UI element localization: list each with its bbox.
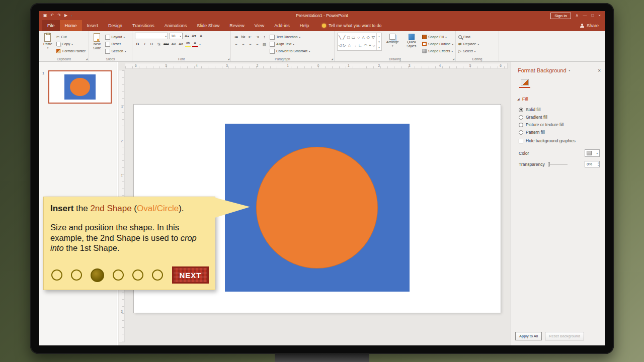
shape-icon[interactable]: △ bbox=[362, 35, 365, 40]
next-button[interactable]: NEXT bbox=[172, 266, 209, 284]
shape-icon[interactable]: □ bbox=[347, 35, 350, 40]
justify-button[interactable]: ≡ bbox=[255, 41, 260, 48]
decrease-font-size-button[interactable]: A▾ bbox=[191, 33, 197, 39]
pattern-fill-option[interactable]: Pattern fill bbox=[519, 130, 600, 135]
maximize-button[interactable]: □ bbox=[591, 14, 594, 18]
shape-icon[interactable]: ▭ bbox=[352, 35, 356, 40]
shape-icon[interactable]: ╲ bbox=[339, 35, 341, 40]
numbering-button[interactable]: № bbox=[240, 34, 246, 40]
select-button[interactable]: ▷ Select ▾ bbox=[458, 48, 479, 54]
shape-icon[interactable]: ◁ bbox=[339, 43, 342, 48]
decrease-indent-button[interactable]: ⇤ bbox=[248, 34, 253, 40]
increase-indent-button[interactable]: ⇥ bbox=[255, 34, 260, 40]
hide-background-graphics-option[interactable]: Hide background graphics bbox=[519, 138, 600, 143]
tab-file[interactable]: File bbox=[42, 20, 60, 31]
find-button[interactable]: Find bbox=[458, 34, 479, 40]
shape-icon[interactable]: ▽ bbox=[372, 35, 375, 40]
paste-button[interactable]: Paste ▾ bbox=[42, 33, 54, 50]
gradient-fill-option[interactable]: Gradient fill bbox=[519, 115, 600, 120]
tab-home[interactable]: Home bbox=[60, 20, 82, 31]
slider-handle[interactable] bbox=[548, 162, 550, 166]
gallery-more-icon[interactable]: ▾ bbox=[378, 46, 380, 49]
underline-button[interactable]: U bbox=[149, 41, 154, 47]
replace-button[interactable]: ⇄ Replace ▾ bbox=[458, 41, 479, 47]
tab-transitions[interactable]: Transitions bbox=[127, 20, 159, 31]
color-picker-button[interactable]: ▾ bbox=[585, 149, 600, 157]
tab-design[interactable]: Design bbox=[103, 20, 127, 31]
shape-outline-button[interactable]: Shape Outline ▾ bbox=[422, 41, 453, 47]
close-pane-icon[interactable]: × bbox=[598, 68, 601, 73]
tab-slide-show[interactable]: Slide Show bbox=[192, 20, 224, 31]
tab-review[interactable]: Review bbox=[224, 20, 250, 31]
change-case-button[interactable]: Aa bbox=[178, 41, 184, 47]
progress-dot[interactable] bbox=[91, 268, 104, 282]
shapes-gallery[interactable]: ╲╱□▭○△◇▽ ◁▷☆→∟◠+○ ▴ ▾ ▾ bbox=[337, 33, 382, 51]
bold-button[interactable]: B bbox=[135, 41, 140, 47]
tab-add-ins[interactable]: Add-ins bbox=[269, 20, 295, 31]
columns-button[interactable]: ▥ bbox=[262, 41, 267, 48]
progress-dot[interactable] bbox=[51, 269, 62, 281]
transparency-slider[interactable] bbox=[548, 164, 568, 164]
start-slideshow-icon[interactable]: ▶ bbox=[64, 14, 67, 18]
progress-dot[interactable] bbox=[152, 269, 163, 281]
progress-dot[interactable] bbox=[132, 269, 143, 281]
solid-fill-option[interactable]: Solid fill bbox=[519, 107, 600, 112]
scroll-up-icon[interactable]: ▴ bbox=[378, 35, 380, 38]
share-button[interactable]: Share bbox=[580, 20, 599, 31]
undo-icon[interactable]: ↶ bbox=[51, 14, 54, 18]
text-shadow-button[interactable]: S bbox=[156, 41, 162, 47]
shape-effects-button[interactable]: Shape Effects ▾ bbox=[422, 48, 453, 54]
shape-fill-button[interactable]: Shape Fill ▾ bbox=[422, 34, 453, 40]
arrange-button[interactable]: Arrange ▾ bbox=[384, 33, 401, 47]
caret-down-icon[interactable]: ▾ bbox=[569, 69, 571, 72]
redo-icon[interactable]: ↷ bbox=[57, 14, 61, 18]
cut-button[interactable]: ✂ Cut bbox=[56, 34, 86, 40]
tab-insert[interactable]: Insert bbox=[82, 20, 104, 31]
ribbon-display-options-icon[interactable]: ∧ bbox=[576, 14, 579, 18]
format-painter-button[interactable]: Format Painter bbox=[56, 48, 86, 54]
reset-button[interactable]: Reset bbox=[105, 41, 126, 47]
highlight-color-button[interactable]: ab bbox=[185, 41, 191, 47]
increase-font-size-button[interactable]: A▴ bbox=[184, 33, 190, 39]
apply-to-all-button[interactable]: Apply to All bbox=[515, 332, 542, 340]
italic-button[interactable]: I bbox=[142, 41, 147, 47]
transparency-spinner[interactable]: 0% ▴ ▾ bbox=[585, 161, 600, 167]
close-button[interactable]: × bbox=[598, 14, 601, 18]
scroll-down-icon[interactable]: ▾ bbox=[378, 40, 380, 43]
save-icon[interactable]: ▣ bbox=[43, 14, 47, 18]
sign-in-button[interactable]: Sign in bbox=[550, 13, 571, 19]
customize-qat-icon[interactable]: ▾ bbox=[71, 15, 72, 17]
bullets-button[interactable]: ≔ bbox=[233, 34, 239, 40]
progress-dot[interactable] bbox=[113, 269, 124, 281]
strikethrough-button[interactable]: abc bbox=[163, 41, 169, 47]
background-fill-tab[interactable] bbox=[519, 79, 531, 88]
quick-styles-button[interactable]: Quick Styles bbox=[404, 33, 420, 48]
tab-help[interactable]: Help bbox=[295, 20, 314, 31]
align-right-button[interactable]: ≡ bbox=[248, 41, 253, 48]
layout-button[interactable]: Layout ▾ bbox=[105, 34, 126, 40]
character-spacing-button[interactable]: AV bbox=[171, 41, 176, 47]
shape-icon[interactable]: ∟ bbox=[358, 43, 362, 48]
shape-icon[interactable]: ○ bbox=[373, 43, 375, 48]
convert-smartart-button[interactable]: Convert to SmartArt ▾ bbox=[270, 48, 310, 54]
shape-icon[interactable]: ○ bbox=[357, 35, 360, 40]
shape-icon[interactable]: ╱ bbox=[343, 35, 346, 40]
font-name-combo[interactable]: ▾ bbox=[135, 33, 168, 39]
orange-oval-shape[interactable] bbox=[256, 147, 378, 268]
tab-view[interactable]: View bbox=[250, 20, 269, 31]
reset-background-button[interactable]: Reset Background bbox=[545, 332, 584, 340]
picture-fill-option[interactable]: Picture or texture fill bbox=[519, 122, 600, 127]
shapes-gallery-scroll[interactable]: ▴ ▾ ▾ bbox=[376, 33, 381, 50]
clear-formatting-button[interactable]: A bbox=[198, 33, 204, 39]
new-slide-button[interactable]: New Slide bbox=[92, 33, 103, 50]
shape-icon[interactable]: ◠ bbox=[364, 43, 367, 48]
shape-icon[interactable]: ☆ bbox=[348, 43, 351, 48]
tab-animations[interactable]: Animations bbox=[159, 20, 192, 31]
shape-icon[interactable]: ◇ bbox=[367, 35, 370, 40]
align-center-button[interactable]: ≡ bbox=[240, 41, 246, 48]
fill-section-header[interactable]: ◢ Fill bbox=[517, 96, 528, 102]
slide-thumbnail[interactable] bbox=[48, 70, 112, 104]
spin-down-icon[interactable]: ▾ bbox=[598, 164, 599, 166]
align-text-button[interactable]: Align Text ▾ bbox=[270, 41, 310, 47]
minimize-button[interactable]: — bbox=[583, 14, 587, 18]
